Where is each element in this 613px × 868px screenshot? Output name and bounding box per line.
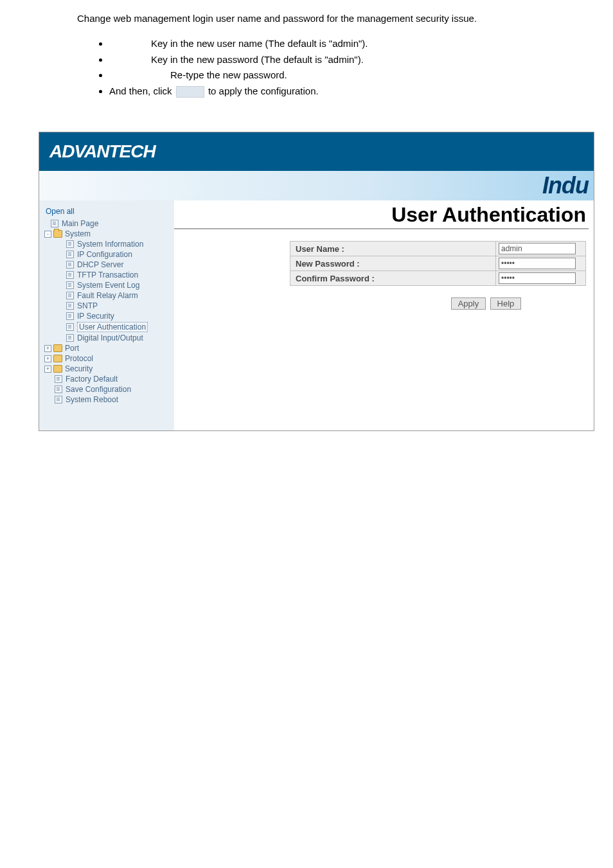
folder-icon: [53, 230, 62, 238]
page-icon: [55, 385, 62, 393]
page-icon: [55, 375, 62, 383]
page-icon: [66, 334, 74, 342]
collapse-icon[interactable]: -: [44, 231, 51, 238]
folder-icon: [53, 355, 62, 362]
instruction-list: Key in the new user name (The default is…: [77, 37, 574, 98]
nav-dhcp-server[interactable]: DHCP Server: [65, 260, 170, 270]
expand-icon[interactable]: +: [44, 366, 51, 373]
nav-ip-security[interactable]: IP Security: [65, 311, 170, 321]
nav-factory-default[interactable]: Factory Default: [53, 374, 170, 384]
open-all-link[interactable]: Open all: [46, 207, 170, 216]
folder-icon: [53, 365, 62, 373]
expand-icon[interactable]: +: [44, 355, 51, 362]
page-icon: [66, 312, 74, 320]
page-icon: [66, 271, 74, 279]
page-icon: [66, 251, 74, 258]
page-icon: [66, 261, 74, 269]
nav-sidebar: Open all Main Page - System System Infor…: [39, 200, 174, 430]
auth-form-table: User Name : New Password : Confirm Passw…: [290, 241, 586, 286]
bullet-confirm: Re-type the new password.: [109, 68, 574, 83]
nav-main-page[interactable]: Main Page: [49, 218, 170, 229]
nav-user-authentication[interactable]: User Authentication: [65, 321, 170, 333]
nav-sntp[interactable]: SNTP: [65, 301, 170, 311]
nav-system-information[interactable]: System Information: [65, 239, 170, 249]
expand-icon[interactable]: +: [44, 345, 51, 352]
app-screenshot: ADVANTECH Indu Open all Main Page - Syst…: [39, 132, 594, 431]
nav-protocol[interactable]: + Protocol: [43, 353, 170, 364]
nav-save-configuration[interactable]: Save Configuration: [53, 384, 170, 394]
bullet-username: Key in the new user name (The default is…: [109, 37, 574, 51]
username-input[interactable]: [499, 243, 576, 254]
page-icon: [66, 323, 74, 331]
page-title: User Authentication: [174, 200, 589, 229]
header-banner: ADVANTECH: [39, 132, 594, 171]
page-icon: [66, 281, 74, 289]
label-confirm-password: Confirm Password :: [290, 271, 496, 286]
nav-system-event-log[interactable]: System Event Log: [65, 280, 170, 290]
bullet-password: Key in the new password (The default is …: [109, 53, 574, 67]
brand-logo: ADVANTECH: [49, 141, 155, 162]
nav-ip-configuration[interactable]: IP Configuration: [65, 249, 170, 260]
product-text: Indu: [542, 172, 589, 199]
nav-fault-relay-alarm[interactable]: Fault Relay Alarm: [65, 290, 170, 301]
apply-button[interactable]: Apply: [451, 297, 486, 310]
sub-banner: Indu: [39, 171, 594, 200]
page-icon: [66, 292, 74, 299]
intro-text: Change web management login user name an…: [77, 13, 574, 24]
page-icon: [66, 302, 74, 310]
new-password-input[interactable]: [499, 258, 576, 269]
nav-system-reboot[interactable]: System Reboot: [53, 394, 170, 405]
nav-port[interactable]: + Port: [43, 343, 170, 353]
main-content: User Authentication User Name : New Pass…: [174, 200, 594, 430]
page-icon: [66, 240, 74, 248]
nav-tftp-transaction[interactable]: TFTP Transaction: [65, 270, 170, 280]
nav-system[interactable]: - System: [43, 229, 170, 239]
bullet-apply: And then, click to apply the configurati…: [109, 84, 574, 99]
folder-icon: [53, 344, 62, 352]
confirm-password-input[interactable]: [499, 272, 576, 284]
help-button[interactable]: Help: [490, 297, 522, 310]
apply-placeholder-icon: [176, 86, 204, 98]
label-username: User Name :: [290, 242, 496, 256]
nav-security[interactable]: + Security: [43, 364, 170, 374]
page-icon: [55, 396, 62, 403]
instruction-text: Change web management login user name an…: [0, 0, 613, 119]
page-icon: [51, 220, 58, 227]
label-new-password: New Password :: [290, 256, 496, 271]
nav-digital-io[interactable]: Digital Input/Output: [65, 333, 170, 343]
